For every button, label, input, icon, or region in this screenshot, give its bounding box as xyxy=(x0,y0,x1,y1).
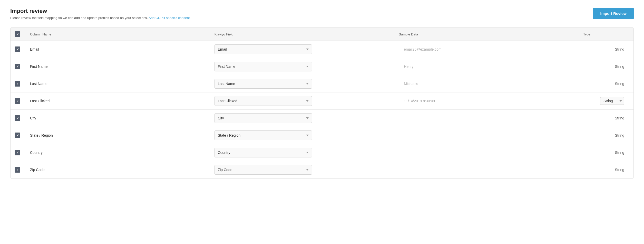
row-checkbox-cell-zipcode xyxy=(15,167,30,173)
klaviyo-field-header: Klaviyo Field xyxy=(214,32,399,36)
klaviyo-field-cell-zipcode: Email First Name Last Name Last Clicked … xyxy=(214,165,399,175)
row-checkbox-email[interactable] xyxy=(15,46,20,52)
column-name-state: State / Region xyxy=(30,133,214,137)
row-checkbox-lastname[interactable] xyxy=(15,81,20,87)
column-name-zipcode: Zip Code xyxy=(30,168,214,172)
klaviyo-field-cell-email: Email First Name Last Name Last Clicked … xyxy=(214,44,399,54)
type-cell-state: String xyxy=(583,133,629,137)
table-header-row: Column Name Klaviyo Field Sample Data Ty… xyxy=(11,28,633,41)
data-table: Column Name Klaviyo Field Sample Data Ty… xyxy=(10,27,634,179)
header-checkbox[interactable] xyxy=(15,31,20,37)
row-checkbox-cell-country xyxy=(15,150,30,155)
sample-data-header: Sample Data xyxy=(399,32,583,36)
header-left: Import review Please review the field ma… xyxy=(10,8,191,20)
row-checkbox-cell-state xyxy=(15,133,30,138)
page-subtitle: Please review the field mapping so we ca… xyxy=(10,16,191,20)
type-cell-city: String xyxy=(583,116,629,120)
type-cell-lastname: String xyxy=(583,82,629,86)
table-row: Last Name Email First Name Last Name Las… xyxy=(11,75,633,92)
row-checkbox-firstname[interactable] xyxy=(15,64,20,69)
row-checkbox-cell-lastclicked xyxy=(15,98,30,104)
column-name-lastclicked: Last Clicked xyxy=(30,99,214,103)
row-checkbox-country[interactable] xyxy=(15,150,20,155)
import-review-button[interactable]: Import Review xyxy=(593,8,634,19)
sample-data-lastname: Michaels xyxy=(399,82,583,86)
page-header: Import review Please review the field ma… xyxy=(10,8,634,20)
klaviyo-field-cell-lastname: Email First Name Last Name Last Clicked … xyxy=(214,79,399,89)
klaviyo-field-cell-lastclicked: Email First Name Last Name Last Clicked … xyxy=(214,96,399,106)
klaviyo-field-select-country[interactable]: Email First Name Last Name Last Clicked … xyxy=(214,148,312,157)
column-name-firstname: First Name xyxy=(30,64,214,69)
type-select-lastclicked[interactable]: String Number Date Boolean xyxy=(600,97,624,105)
column-name-country: Country xyxy=(30,151,214,155)
row-checkbox-lastclicked[interactable] xyxy=(15,98,20,104)
type-cell-country: String xyxy=(583,151,629,155)
sample-data-lastclicked: 11/14/2019 8:30:09 xyxy=(399,99,583,103)
column-name-city: City xyxy=(30,116,214,120)
klaviyo-field-select-lastname[interactable]: Email First Name Last Name Last Clicked … xyxy=(214,79,312,89)
table-row: Email Email First Name Last Name Last Cl… xyxy=(11,41,633,58)
table-row: City Email First Name Last Name Last Cli… xyxy=(11,110,633,127)
column-name-email: Email xyxy=(30,47,214,51)
klaviyo-field-select-state[interactable]: Email First Name Last Name Last Clicked … xyxy=(214,130,312,140)
type-cell-lastclicked: String Number Date Boolean xyxy=(583,97,629,105)
table-row: State / Region Email First Name Last Nam… xyxy=(11,127,633,144)
row-checkbox-city[interactable] xyxy=(15,115,20,121)
header-checkbox-cell xyxy=(15,31,30,37)
type-cell-zipcode: String xyxy=(583,168,629,172)
klaviyo-field-select-firstname[interactable]: Email First Name Last Name Last Clicked … xyxy=(214,62,312,71)
type-header: Type xyxy=(583,32,629,36)
sample-data-email: email25@example.com xyxy=(399,47,583,51)
klaviyo-field-cell-city: Email First Name Last Name Last Clicked … xyxy=(214,113,399,123)
row-checkbox-cell-email xyxy=(15,46,30,52)
klaviyo-field-select-email[interactable]: Email First Name Last Name Last Clicked … xyxy=(214,44,312,54)
sample-data-firstname: Henry xyxy=(399,64,583,69)
klaviyo-field-cell-firstname: Email First Name Last Name Last Clicked … xyxy=(214,62,399,71)
column-name-header: Column Name xyxy=(30,32,214,36)
klaviyo-field-cell-country: Email First Name Last Name Last Clicked … xyxy=(214,148,399,157)
table-row: Zip Code Email First Name Last Name Last… xyxy=(11,161,633,178)
table-row: Last Clicked Email First Name Last Name … xyxy=(11,92,633,110)
page-title: Import review xyxy=(10,8,191,14)
subtitle-text: Please review the field mapping so we ca… xyxy=(10,16,148,20)
row-checkbox-state[interactable] xyxy=(15,133,20,138)
column-name-lastname: Last Name xyxy=(30,82,214,86)
row-checkbox-zipcode[interactable] xyxy=(15,167,20,173)
klaviyo-field-select-lastclicked[interactable]: Email First Name Last Name Last Clicked … xyxy=(214,96,312,106)
row-checkbox-cell-firstname xyxy=(15,64,30,69)
row-checkbox-cell-lastname xyxy=(15,81,30,87)
row-checkbox-cell-city xyxy=(15,115,30,121)
table-row: Country Email First Name Last Name Last … xyxy=(11,144,633,161)
type-cell-email: String xyxy=(583,47,629,51)
page-container: Import review Please review the field ma… xyxy=(0,0,644,244)
klaviyo-field-select-city[interactable]: Email First Name Last Name Last Clicked … xyxy=(214,113,312,123)
klaviyo-field-select-zipcode[interactable]: Email First Name Last Name Last Clicked … xyxy=(214,165,312,175)
table-row: First Name Email First Name Last Name La… xyxy=(11,58,633,75)
klaviyo-field-cell-state: Email First Name Last Name Last Clicked … xyxy=(214,130,399,140)
gdpr-link[interactable]: Add GDPR specific consent. xyxy=(149,16,191,20)
type-cell-firstname: String xyxy=(583,64,629,69)
